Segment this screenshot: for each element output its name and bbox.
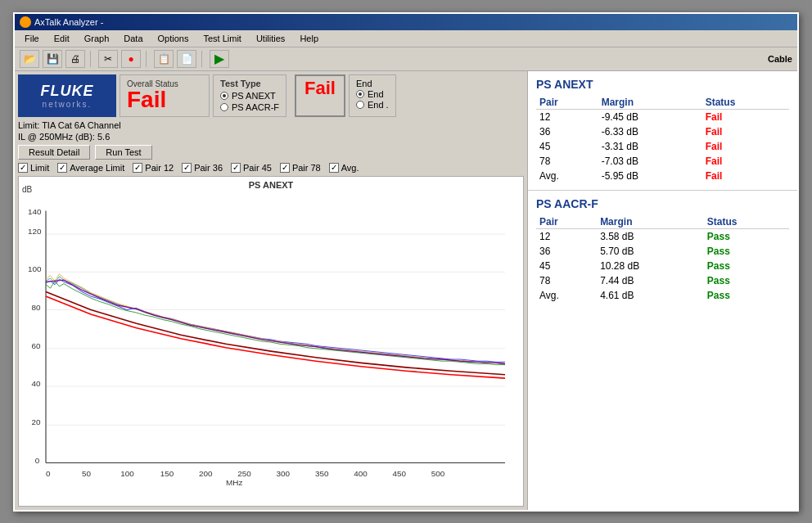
toolbar-save[interactable]: 💾	[43, 50, 62, 68]
table-row: 12 3.58 dB Pass	[536, 228, 789, 244]
svg-text:140: 140	[28, 206, 42, 215]
radio-ps-aacrf[interactable]	[220, 103, 228, 111]
checkbox-pair78-label: Pair 78	[292, 163, 321, 173]
toolbar-paste[interactable]: 📄	[177, 50, 196, 68]
checkbox-avg-box[interactable]: ✓	[329, 163, 339, 173]
toolbar-copy[interactable]: 📋	[154, 50, 174, 68]
svg-text:50: 50	[82, 469, 92, 478]
ps-anext-title: PS ANEXT	[536, 78, 789, 91]
pair-cell: 12	[536, 228, 597, 244]
status-cell: Fail	[702, 154, 789, 169]
overall-status-box: Overall Status Fail	[120, 74, 210, 117]
menu-test-limit[interactable]: Test Limit	[196, 32, 247, 45]
pair-cell: 78	[536, 154, 598, 169]
ps-anext-col-margin: Margin	[598, 96, 702, 110]
checkbox-pair78-box[interactable]: ✓	[280, 163, 290, 173]
svg-text:40: 40	[31, 379, 41, 388]
chart-svg: 0 20 40 60 80 100 120 140 0 50 100 150 2…	[19, 177, 523, 506]
checkbox-limit-label: Limit	[30, 163, 49, 173]
ps-anext-col-pair: Pair	[536, 96, 598, 110]
run-test-button[interactable]: Run Test	[95, 145, 151, 160]
ps-aacrf-section: PS AACR-F Pair Margin Status 12 3.58 dB …	[528, 191, 797, 309]
toolbar-cut[interactable]: ✂	[98, 50, 118, 68]
svg-text:60: 60	[31, 340, 41, 349]
margin-cell: -7.03 dB	[598, 154, 702, 169]
il-row: IL @ 250MHz (dB): 5.6	[18, 132, 524, 142]
radio-end2-row: End .	[356, 100, 389, 110]
toolbar-sep2	[146, 51, 149, 67]
menu-options[interactable]: Options	[151, 32, 196, 45]
checkbox-pair45-box[interactable]: ✓	[231, 163, 241, 173]
margin-cell: -5.95 dB	[598, 169, 702, 183]
table-row: 36 5.70 dB Pass	[536, 244, 789, 259]
svg-text:0: 0	[35, 455, 40, 464]
radio-ps-anext[interactable]	[220, 92, 228, 100]
status-cell: Fail	[702, 169, 789, 183]
result-detail-button[interactable]: Result Detail	[18, 145, 90, 160]
toolbar-new[interactable]: 📂	[20, 50, 39, 68]
fluke-networks: networks.	[43, 100, 92, 109]
ps-aacrf-title: PS AACR-F	[536, 197, 789, 210]
ps-aacrf-col-margin: Margin	[597, 215, 704, 229]
checkbox-limit[interactable]: ✓ Limit	[18, 163, 49, 173]
checkbox-pair12[interactable]: ✓ Pair 12	[133, 163, 174, 173]
checkbox-pair12-box[interactable]: ✓	[133, 163, 142, 173]
main-window: AxTalk Analyzer - File Edit Graph Data O…	[13, 12, 799, 512]
checkbox-pair45[interactable]: ✓ Pair 45	[231, 163, 272, 173]
table-row: 45 10.28 dB Pass	[536, 259, 789, 273]
margin-cell: 3.58 dB	[597, 228, 704, 244]
svg-text:250: 250	[237, 469, 251, 478]
header-row: FLUKE networks. Overall Status Fail Test…	[18, 74, 524, 117]
checkbox-pair12-label: Pair 12	[145, 163, 174, 173]
radio-ps-aacrf-row: PS AACR-F	[220, 102, 279, 112]
checkbox-avg-limit[interactable]: ✓ Average Limit	[57, 163, 124, 173]
ps-anext-col-status: Status	[702, 96, 789, 110]
status-cell: Pass	[704, 228, 789, 244]
table-row: Avg. -5.95 dB Fail	[536, 169, 789, 183]
table-row: 36 -6.33 dB Fail	[536, 124, 789, 139]
app-icon	[20, 16, 31, 28]
checkbox-limit-box[interactable]: ✓	[18, 163, 28, 173]
ps-anext-section: PS ANEXT Pair Margin Status 12 -9.45 dB …	[528, 71, 797, 191]
menu-bar: File Edit Graph Data Options Test Limit …	[15, 30, 797, 47]
radio-end2[interactable]	[356, 101, 364, 109]
svg-text:500: 500	[431, 469, 445, 478]
pair-cell: Avg.	[536, 169, 598, 183]
cable-label: Cable	[768, 54, 792, 64]
menu-help[interactable]: Help	[293, 32, 325, 45]
status-cell: Pass	[704, 244, 789, 259]
table-row: 45 -3.31 dB Fail	[536, 139, 789, 154]
margin-cell: 4.61 dB	[597, 288, 704, 303]
checkbox-avg-label: Avg.	[341, 163, 359, 173]
menu-file[interactable]: File	[18, 32, 46, 45]
checkbox-avg[interactable]: ✓ Avg.	[329, 163, 359, 173]
window-title: AxTalk Analyzer -	[34, 17, 103, 27]
checkbox-pair36-box[interactable]: ✓	[182, 163, 192, 173]
status-cell: Fail	[702, 124, 789, 139]
svg-text:100: 100	[28, 264, 42, 273]
pair-cell: 45	[536, 259, 597, 273]
radio-end1[interactable]	[356, 90, 364, 98]
fail-banner: Fail	[295, 74, 345, 117]
checkbox-avg-limit-box[interactable]: ✓	[57, 163, 67, 173]
limit-text: Limit: TIA Cat 6A Channel	[18, 120, 121, 130]
table-row: 12 -9.45 dB Fail	[536, 109, 789, 124]
svg-text:150: 150	[160, 469, 174, 478]
toolbar-stop[interactable]: ●	[121, 50, 141, 68]
svg-text:100: 100	[120, 469, 134, 478]
table-row: 78 -7.03 dB Fail	[536, 154, 789, 169]
toolbar-print[interactable]: 🖨	[65, 50, 85, 68]
toolbar-run[interactable]: ▶	[210, 50, 229, 68]
ps-anext-table: Pair Margin Status 12 -9.45 dB Fail 36 -…	[536, 96, 789, 183]
menu-graph[interactable]: Graph	[78, 32, 116, 45]
svg-text:450: 450	[393, 469, 407, 478]
checkbox-pair36-label: Pair 36	[194, 163, 223, 173]
radio-ps-anext-row: PS ANEXT	[220, 91, 279, 101]
checkbox-pair78[interactable]: ✓ Pair 78	[280, 163, 321, 173]
table-row: Avg. 4.61 dB Pass	[536, 288, 789, 303]
menu-data[interactable]: Data	[117, 32, 149, 45]
menu-utilities[interactable]: Utilities	[250, 32, 291, 45]
checkbox-pair36[interactable]: ✓ Pair 36	[182, 163, 223, 173]
menu-edit[interactable]: Edit	[47, 32, 76, 45]
pair-cell: 36	[536, 244, 597, 259]
